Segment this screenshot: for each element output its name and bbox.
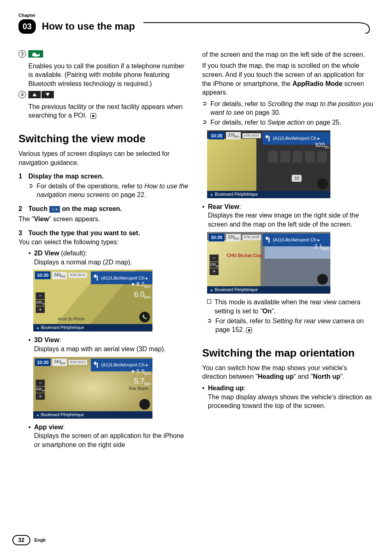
map-time: 10:20	[209, 132, 224, 140]
map-turn-distance: 2.1km	[314, 243, 329, 252]
map-bottom-bar: ▲ Boulevard Périphérique	[207, 286, 330, 294]
view-type-desc: Displays a normal map (2D map).	[34, 259, 132, 266]
map-street-label: enue du Roule	[58, 316, 85, 322]
item-4-text: The previous facility or the next facili…	[28, 102, 190, 120]
screenshot-rear-view: CHU Bichat-Clau 10:20 339km ETA 15:09 ↰ …	[207, 232, 330, 294]
map-call-icon	[317, 178, 328, 189]
language-code: Engb	[35, 537, 46, 543]
reference-rear-camera: ➲ For details, refer to Setting for rear…	[207, 317, 374, 334]
orientation-heading-up: • Heading up: The map display always sho…	[202, 384, 374, 410]
turn-arrow-icon: ↰	[92, 272, 99, 283]
step-number: 1	[18, 172, 28, 181]
page-number: 32	[12, 535, 30, 545]
nav-down-icon	[42, 91, 54, 98]
item-4: 4	[18, 91, 190, 98]
chapter-header: 03 How to use the map	[18, 19, 374, 34]
rear-view-note: This mode is available when the rear vie…	[207, 298, 374, 315]
end-section-icon: ■	[246, 327, 252, 333]
reference-arrow-icon: ➲	[202, 118, 210, 127]
step-1: 1 Display the map screen.	[18, 172, 190, 181]
map-bottom-bar: ▲ Boulevard Périphérique	[33, 411, 152, 419]
step-number: 3	[18, 229, 28, 238]
map-zoom-control: −100m+	[36, 380, 45, 400]
map-eta: ETA 15:09	[242, 235, 261, 240]
map-eta: ETA 15:07	[242, 133, 261, 139]
item-number-3: 3	[18, 50, 26, 58]
item-number-4: 4	[18, 91, 26, 98]
left-column: 3 Enables you to call the position if a …	[18, 50, 190, 449]
step-2: 2 Touch ≡ ● on the map screen.	[18, 204, 190, 213]
app-grid-icons	[268, 151, 327, 162]
orientation-desc: The map display always shows the vehicle…	[208, 394, 372, 410]
view-type-3d: • 3D View: Displays a map with an aerial…	[28, 336, 190, 353]
reference-scroll-map: ➲ For details, refer to Scrolling the ma…	[202, 100, 374, 117]
end-section-icon: ■	[90, 113, 96, 119]
map-time: 10:20	[35, 271, 51, 279]
note-square-icon	[207, 299, 211, 303]
app-view-continued-2: If you touch the map, the map is scrolle…	[202, 61, 374, 97]
chapter-title: How to use the map	[42, 20, 135, 33]
view-type-label: App view	[34, 424, 63, 431]
section-switching-orientation: Switching the map orientation	[202, 346, 374, 360]
step-3-intro: You can select the following types:	[18, 238, 190, 247]
speed-indicator: 10	[292, 175, 302, 182]
phone-call-icon	[28, 50, 43, 58]
svg-marker-0	[32, 93, 37, 96]
map-turn-distance: ⚑ 5.9km 5.7km	[131, 368, 151, 387]
map-turn-distance: ⚑ 6.2km 6.0km	[131, 280, 151, 300]
step-number: 2	[18, 204, 28, 213]
map-menu-touch-icon: ≡ ●	[49, 206, 60, 213]
step-1-ref-text: For details of the operations, refer to …	[37, 182, 190, 199]
map-turn-distance: 920m	[315, 141, 329, 150]
chapter-number-badge: 03	[18, 19, 36, 34]
step-1-reference: ➲ For details of the operations, refer t…	[28, 182, 190, 199]
step-2-result: The "View" screen appears.	[18, 215, 190, 224]
map-poi-label: CHU Bichat-Clau	[227, 253, 263, 259]
reference-arrow-icon: ➲	[207, 317, 215, 334]
map-time: 10:20	[35, 359, 51, 366]
reference-swipe-action: ➲ For details, refer to Swipe action on …	[202, 118, 374, 127]
view-type-desc: Displays a map with an aerial view (3D m…	[34, 345, 166, 352]
reference-arrow-icon: ➲	[28, 182, 37, 199]
map-call-icon	[139, 312, 150, 322]
screenshot-3d-view: 10:20 343km ETA 15:12 ↰ (A1)/Lille/Aérop…	[33, 357, 152, 419]
view-type-label: Rear View	[208, 203, 239, 210]
map-eta: ETA 15:11	[69, 273, 87, 278]
svg-marker-1	[46, 93, 50, 96]
step-2-text: Touch ≡ ● on the map screen.	[28, 204, 122, 213]
section-switching-view-mode: Switching the view mode	[18, 132, 190, 146]
map-zoom-control: −100m+	[36, 292, 45, 313]
map-distance: 339km	[226, 234, 241, 241]
view-type-app: • App view: Displays the screen of an ap…	[28, 423, 190, 449]
prev-next-nav-icon	[28, 91, 55, 98]
app-view-continued-1: of the screen and the map on the left si…	[202, 50, 374, 59]
map-distance: 338km	[226, 132, 241, 139]
view-type-2d: • 2D View (default): Displays a normal m…	[28, 249, 190, 266]
step-3: 3 Touch the type that you want to set.	[18, 229, 190, 238]
view-type-desc: Displays the screen of an application fo…	[34, 432, 184, 448]
map-zoom-control: −100m+	[210, 255, 219, 275]
item-3-text: Enables you to call the position if a te…	[28, 62, 190, 88]
turn-arrow-icon: ↰	[92, 359, 99, 371]
right-column: of the screen and the map on the left si…	[202, 50, 374, 449]
map-time: 10:20	[209, 234, 224, 241]
map-call-icon	[139, 399, 150, 410]
page-footer: 32 Engb	[12, 535, 46, 545]
orientation-label: Heading up	[208, 385, 244, 392]
reference-arrow-icon: ➲	[202, 100, 210, 117]
screenshot-app-view: 10:20 338km ETA 15:07 ↰ (A1)/Lille/Aérop…	[207, 130, 330, 198]
step-3-text: Touch the type that you want to set.	[28, 229, 140, 238]
chapter-label: Chapter	[18, 12, 374, 19]
item-4-body: The previous facility or the next facili…	[28, 103, 182, 119]
map-distance: 343km	[52, 359, 67, 366]
view-type-label: 2D View	[34, 250, 59, 257]
map-bottom-bar: ▲ Boulevard Périphérique	[33, 324, 152, 331]
section2-intro: You can switch how the map shows your ve…	[202, 364, 374, 381]
map-bottom-bar: ▲ Boulevard Périphérique	[207, 191, 330, 198]
screenshot-2d-view: 10:20 343km ETA 15:11 ↰ (A1)/Lille/Aérop…	[33, 270, 152, 331]
turn-arrow-icon: ↰	[264, 234, 271, 246]
map-distance: 343km	[52, 272, 67, 279]
map-eta: ETA 15:12	[69, 360, 87, 365]
nav-up-icon	[28, 91, 41, 98]
turn-arrow-icon: ↰	[264, 133, 271, 144]
